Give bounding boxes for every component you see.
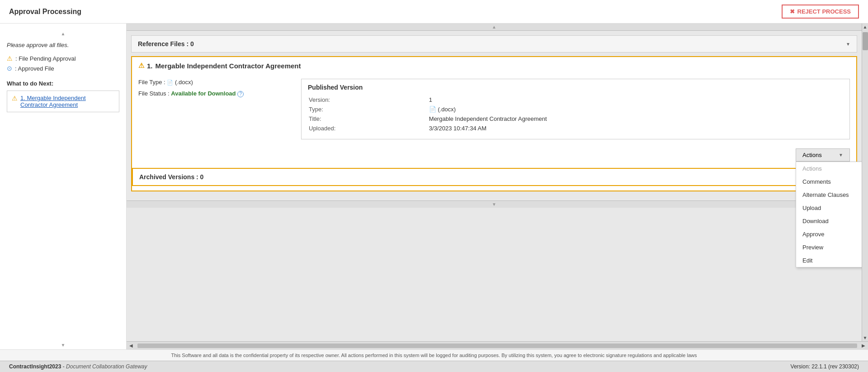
nav-item-agreement-link[interactable]: 1. Mergable Independent Contractor Agree… — [20, 95, 114, 108]
approved-icon: ⊙ — [7, 65, 12, 72]
nav-item-agreement[interactable]: ⚠ 1. Mergable Independent Contractor Agr… — [7, 91, 119, 112]
legend-pending: ⚠ : File Pending Approval — [7, 55, 119, 62]
footer-app-info: ContractInsight2023 - Document Collabora… — [9, 363, 147, 370]
published-version-panel: Published Version Version: 1 Type: — [301, 79, 850, 139]
file-details: File Type : 📄 (.docx) File Status : Avai… — [132, 74, 856, 144]
actions-dropdown-wrapper: Actions ▼ Actions Comments Alternate Cla… — [796, 148, 850, 162]
content-scroll-down[interactable]: ▼ — [127, 200, 862, 208]
actions-chevron: ▼ — [839, 153, 843, 157]
scroll-down-arrow[interactable]: ▼ — [862, 334, 868, 341]
content-area: ▲ Reference Files : 0 ▼ ⚠ 1. Mergable In… — [127, 24, 862, 341]
app-header: Approval Processing ✖ REJECT PROCESS — [0, 0, 868, 24]
dropdown-item-actions: Actions — [796, 162, 862, 175]
uploaded-value: 3/3/2023 10:47:34 AM — [429, 125, 842, 134]
file-status-value: Available for Download — [171, 90, 236, 97]
dropdown-item-alternate-clauses[interactable]: Alternate Clauses — [796, 188, 862, 201]
footer-bottom: ContractInsight2023 - Document Collabora… — [0, 361, 868, 372]
dropdown-item-approve[interactable]: Approve — [796, 228, 862, 241]
version-table: Version: 1 Type: 📄 (.docx) — [308, 95, 843, 134]
file-type-text: (.docx) — [175, 79, 193, 86]
version-row: Version: 1 — [309, 96, 842, 105]
file-info-left: File Type : 📄 (.docx) File Status : Avai… — [138, 79, 292, 139]
version-label: Version: — [309, 96, 428, 105]
file-section-header: ⚠ 1. Mergable Independent Contractor Agr… — [132, 57, 856, 74]
file-status-help-icon[interactable]: ? — [237, 91, 244, 97]
file-type-label: File Type : — [138, 79, 165, 86]
actions-dropdown-menu: Actions Comments Alternate Clauses Uploa… — [796, 162, 862, 267]
sidebar: ▲ Please approve all files. ⚠ : File Pen… — [0, 24, 127, 349]
h-scroll-right-arrow[interactable]: ▶ — [859, 343, 868, 348]
dropdown-item-download[interactable]: Download — [796, 215, 862, 228]
uploaded-label: Uploaded: — [309, 125, 428, 134]
horizontal-scrollbar[interactable]: ◀ ▶ — [127, 341, 868, 349]
footer-separator: - — [63, 363, 66, 370]
type-value: 📄 (.docx) — [429, 106, 842, 114]
h-scroll-left-arrow[interactable]: ◀ — [127, 343, 136, 348]
main-layout: ▲ Please approve all files. ⚠ : File Pen… — [0, 24, 868, 349]
nav-pending-icon: ⚠ — [12, 95, 18, 102]
dropdown-item-comments[interactable]: Comments — [796, 175, 862, 188]
reference-files-chevron: ▼ — [846, 42, 850, 47]
archived-header[interactable]: Archived Versions : 0 ▼ — [133, 169, 855, 185]
file-type-docx-icon: 📄 — [167, 80, 173, 86]
published-version-title: Published Version — [308, 84, 843, 91]
sidebar-scroll-down[interactable]: ▼ — [60, 342, 66, 348]
title-label: Title: — [309, 115, 428, 124]
reject-process-button[interactable]: ✖ REJECT PROCESS — [782, 5, 859, 19]
app-title: Approval Processing — [9, 8, 81, 16]
footer-version: Version: 22.1.1 (rev 230302) — [791, 363, 859, 370]
actions-btn-label: Actions — [802, 152, 822, 158]
file-pending-icon: ⚠ — [138, 62, 144, 70]
legend-approved-label: : Approved File — [15, 65, 54, 72]
file-type-row: File Type : 📄 (.docx) — [138, 79, 292, 86]
footer-disclaimer: This Software and all data is the confid… — [0, 349, 868, 361]
reject-icon: ✖ — [790, 8, 795, 15]
vertical-scrollbar[interactable]: ▲ ▼ — [862, 24, 868, 341]
footer-app-name: ContractInsight2023 — [9, 363, 61, 370]
dropdown-item-edit[interactable]: Edit — [796, 254, 862, 267]
file-section-number: 1. — [147, 62, 153, 70]
dropdown-item-preview[interactable]: Preview — [796, 241, 862, 254]
content-inner: Reference Files : 0 ▼ ⚠ 1. Mergable Inde… — [127, 31, 862, 200]
file-section-title: Mergable Independent Contractor Agreemen… — [156, 62, 301, 70]
legend-pending-label: : File Pending Approval — [15, 55, 76, 62]
actions-button[interactable]: Actions ▼ — [796, 148, 850, 162]
archived-label: Archived Versions : 0 — [139, 173, 203, 181]
file-status-row: File Status : Available for Download ? — [138, 90, 292, 97]
type-row: Type: 📄 (.docx) — [309, 106, 842, 114]
reference-files-accordion[interactable]: Reference Files : 0 ▼ — [131, 35, 857, 52]
archived-section: Archived Versions : 0 ▼ — [132, 168, 856, 186]
content-scroll-up[interactable]: ▲ — [127, 24, 862, 31]
type-label: Type: — [309, 106, 428, 114]
what-next-label: What to do Next: — [7, 80, 119, 87]
reference-files-label: Reference Files : 0 — [138, 40, 194, 48]
pending-icon: ⚠ — [7, 55, 13, 62]
scroll-up-arrow[interactable]: ▲ — [862, 24, 868, 30]
footer-app-sub: Document Collaboration Gateway — [66, 363, 147, 370]
title-value: Mergable Independent Contractor Agreemen… — [429, 115, 842, 124]
title-row: Title: Mergable Independent Contractor A… — [309, 115, 842, 124]
uploaded-row: Uploaded: 3/3/2023 10:47:34 AM — [309, 125, 842, 134]
file-section: ⚠ 1. Mergable Independent Contractor Agr… — [131, 56, 857, 191]
type-docx-icon: 📄 — [429, 106, 436, 113]
scroll-thumb — [863, 32, 868, 50]
sidebar-instruction: Please approve all files. — [7, 42, 119, 48]
legend-approved: ⊙ : Approved File — [7, 65, 119, 72]
version-value: 1 — [429, 96, 842, 105]
actions-row: Actions ▼ Actions Comments Alternate Cla… — [132, 144, 856, 168]
file-status-label: File Status : — [138, 90, 170, 97]
dropdown-item-upload[interactable]: Upload — [796, 201, 862, 215]
sidebar-scroll-up[interactable]: ▲ — [7, 30, 119, 37]
footer-text: This Software and all data is the confid… — [171, 353, 697, 358]
